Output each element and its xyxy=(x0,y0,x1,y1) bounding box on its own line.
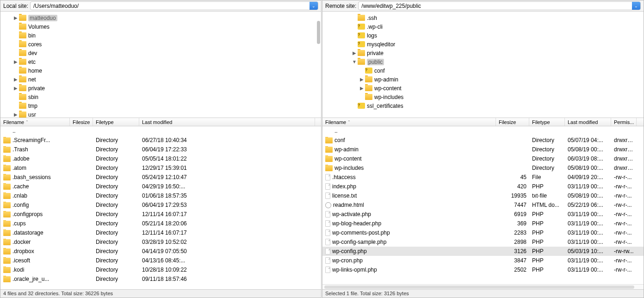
remote-horizontal-scrollbar[interactable] xyxy=(322,284,644,289)
file-row[interactable]: .. xyxy=(0,126,321,136)
tree-label: .ssh xyxy=(367,15,377,21)
file-row[interactable]: .. xyxy=(322,126,644,136)
file-row[interactable]: wp-config-sample.php2898PHP03/11/19 00:.… xyxy=(322,237,644,247)
folder-icon xyxy=(19,94,26,100)
file-row[interactable]: index.php420PHP03/11/19 00:...-rw-r-... xyxy=(322,182,644,191)
tree-row[interactable]: ▶matteoduo xyxy=(0,13,321,22)
file-row[interactable]: license.txt19935txt-file05/08/19 00:...-… xyxy=(322,191,644,200)
folder-icon xyxy=(3,221,11,227)
tree-row[interactable]: ▶private xyxy=(0,84,321,93)
permissions-cell: -rw-r-... xyxy=(611,267,637,273)
filetype-cell: PHP xyxy=(529,257,565,264)
lastmodified-cell: 05/08/19 00:... xyxy=(565,165,611,171)
disclosure-triangle[interactable]: ▶ xyxy=(13,86,18,91)
scrollbar-thumb[interactable] xyxy=(317,21,320,44)
local-tree[interactable]: ▶matteoduoVolumesbincoresdev▶etchome▶net… xyxy=(0,12,321,118)
column-header-filename[interactable]: Filename⌃ xyxy=(0,118,70,126)
file-row[interactable]: wp-adminDirectory05/08/19 00:...drwxr-..… xyxy=(322,145,644,154)
tree-row[interactable]: tmp xyxy=(0,101,321,110)
file-row[interactable]: .cupsDirectory05/21/14 18:20:06 xyxy=(0,219,321,228)
tree-row[interactable]: ▶wp-admin xyxy=(322,75,644,84)
file-row[interactable]: .dropboxDirectory04/14/19 07:05:50 xyxy=(0,247,321,256)
disclosure-triangle[interactable]: ▶ xyxy=(359,86,364,91)
column-header-filetype[interactable]: Filetype xyxy=(529,118,565,126)
sort-arrow-icon: ⌃ xyxy=(347,120,351,124)
file-row[interactable]: .datastorageDirectory12/11/14 16:07:17 xyxy=(0,228,321,237)
local-path-input[interactable]: /Users/matteoduo/ ⌄ xyxy=(30,1,318,10)
remote-path-value: /www/editwp_225/public xyxy=(361,3,632,9)
filename-text: index.php xyxy=(332,183,356,190)
remote-tree[interactable]: .ssh?.wp-cli?logs?mysqleditor▶private▼pu… xyxy=(322,12,644,118)
column-header-filesize[interactable]: Filesize xyxy=(70,118,93,126)
tree-row[interactable]: bin xyxy=(0,31,321,40)
file-row[interactable]: .icesoftDirectory04/13/16 08:45:... xyxy=(0,256,321,265)
lastmodified-cell: 04/09/19 20:... xyxy=(565,174,611,180)
file-row[interactable]: wp-contentDirectory06/03/19 08:...drwxr-… xyxy=(322,154,644,163)
tree-row[interactable]: ?mysqleditor xyxy=(322,40,644,49)
file-row[interactable]: confDirectory05/07/19 04:...drwxr-... xyxy=(322,136,644,145)
file-row[interactable]: wp-cron.php3847PHP03/11/19 00:...-rw-r-.… xyxy=(322,256,644,265)
file-row[interactable]: wp-comments-post.php2283PHP03/11/19 00:.… xyxy=(322,228,644,237)
file-row[interactable]: .ScreamingFr...Directory06/27/18 10:40:3… xyxy=(0,136,321,145)
local-path-dropdown[interactable]: ⌄ xyxy=(310,2,318,10)
local-file-list[interactable]: ...ScreamingFr...Directory06/27/18 10:40… xyxy=(0,126,321,289)
file-icon xyxy=(325,174,330,180)
tree-row[interactable]: sbin xyxy=(0,93,321,101)
tree-row[interactable]: ▶etc xyxy=(0,57,321,66)
file-row[interactable]: .cnlabDirectory01/06/18 18:57:35 xyxy=(0,191,321,200)
disclosure-triangle[interactable]: ▼ xyxy=(352,59,357,64)
file-row[interactable]: .adobeDirectory05/05/14 18:01:22 xyxy=(0,154,321,163)
disclosure-triangle[interactable]: ▶ xyxy=(359,77,364,82)
remote-file-list[interactable]: ..confDirectory05/07/19 04:...drwxr-...w… xyxy=(322,126,644,284)
tree-row[interactable]: dev xyxy=(0,49,321,57)
tree-row[interactable]: ?ssl_certificates xyxy=(322,101,644,110)
file-row[interactable]: readme.html7447HTML do...05/22/19 06:...… xyxy=(322,200,644,210)
scrollbar-thumb[interactable] xyxy=(324,286,634,289)
file-row[interactable]: .cacheDirectory04/29/19 16:50:... xyxy=(0,182,321,191)
file-row[interactable]: .kodiDirectory10/28/18 10:09:22 xyxy=(0,265,321,274)
tree-row[interactable]: ▶net xyxy=(0,75,321,84)
remote-path-input[interactable]: /www/editwp_225/public ⌄ xyxy=(358,1,641,10)
tree-row[interactable]: wp-includes xyxy=(322,93,644,101)
column-header-lastmod[interactable]: Last modified xyxy=(139,118,315,126)
file-row[interactable]: .configpropsDirectory12/11/14 16:07:17 xyxy=(0,210,321,219)
filename-text: wp-activate.php xyxy=(332,211,371,217)
file-row[interactable]: .bash_sessionsDirectory05/24/19 12:10:47 xyxy=(0,173,321,182)
tree-row[interactable]: home xyxy=(0,66,321,75)
file-row[interactable]: .atomDirectory12/29/17 15:39:01 xyxy=(0,163,321,173)
file-row[interactable]: wp-includesDirectory05/08/19 00:...drwxr… xyxy=(322,163,644,173)
column-header-lastmod[interactable]: Last modified xyxy=(565,118,611,126)
column-header-filesize[interactable]: Filesize xyxy=(496,118,529,126)
file-row[interactable]: wp-links-opml.php2502PHP03/11/19 00:...-… xyxy=(322,265,644,274)
filename-cell: .cache xyxy=(0,183,70,190)
file-row[interactable]: wp-config.php3126PHP05/03/19 10:...-rw-r… xyxy=(322,247,644,256)
column-header-filetype[interactable]: Filetype xyxy=(93,118,139,126)
file-row[interactable]: wp-activate.php6919PHP03/11/19 00:...-rw… xyxy=(322,210,644,219)
remote-path-dropdown[interactable]: ⌄ xyxy=(632,2,640,10)
file-row[interactable]: .configDirectory06/04/19 17:29:53 xyxy=(0,200,321,210)
column-header-filename[interactable]: Filename⌃ xyxy=(322,118,496,126)
tree-row[interactable]: ▶usr xyxy=(0,110,321,118)
tree-row[interactable]: cores xyxy=(0,40,321,49)
tree-row[interactable]: ▶private xyxy=(322,49,644,57)
tree-row[interactable]: ?logs xyxy=(322,31,644,40)
tree-row[interactable]: ?conf xyxy=(322,66,644,75)
disclosure-triangle[interactable]: ▶ xyxy=(13,77,18,82)
permissions-cell: drwxr-... xyxy=(611,165,637,171)
tree-row[interactable]: ▶wp-content xyxy=(322,84,644,93)
file-row[interactable]: wp-blog-header.php369PHP03/11/19 00:...-… xyxy=(322,219,644,228)
disclosure-triangle[interactable]: ▶ xyxy=(13,112,18,117)
disclosure-triangle[interactable]: ▶ xyxy=(13,15,18,20)
tree-row[interactable]: ?.wp-cli xyxy=(322,22,644,31)
column-header-perms[interactable]: Permis... xyxy=(611,118,637,126)
file-row[interactable]: .htaccess45File04/09/19 20:...-rw-r-... xyxy=(322,173,644,182)
disclosure-triangle[interactable]: ▶ xyxy=(352,50,357,56)
folder-icon xyxy=(325,147,333,153)
disclosure-triangle[interactable]: ▶ xyxy=(13,59,18,64)
file-row[interactable]: .TrashDirectory06/04/19 17:22:33 xyxy=(0,145,321,154)
file-row[interactable]: .dockerDirectory03/28/19 10:52:02 xyxy=(0,237,321,247)
tree-row[interactable]: .ssh xyxy=(322,13,644,22)
tree-row[interactable]: ▼public xyxy=(322,57,644,66)
tree-row[interactable]: Volumes xyxy=(0,22,321,31)
file-row[interactable]: .oracle_jre_u...Directory09/11/18 18:57:… xyxy=(0,274,321,284)
